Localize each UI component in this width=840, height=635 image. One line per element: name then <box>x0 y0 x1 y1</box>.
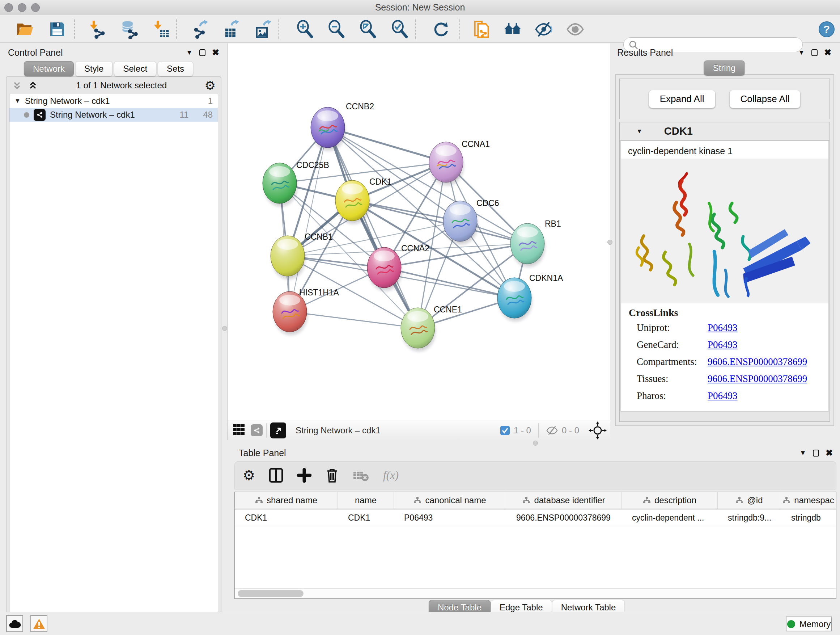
network-overview-houses-icon[interactable] <box>502 20 523 38</box>
function-builder-icon[interactable]: f(x) <box>383 469 399 482</box>
panel-menu-icon[interactable]: ▼ <box>186 49 193 57</box>
network-canvas[interactable]: CCNB2CCNA1CDC25BCDK1CDC6RB1CCNB1CCNA2CDK… <box>227 43 610 420</box>
crosslink-link[interactable]: P06493 <box>707 390 737 402</box>
zoom-out-icon[interactable] <box>326 20 347 38</box>
add-column-icon[interactable] <box>297 467 311 483</box>
cloud-status-button[interactable] <box>6 615 23 632</box>
column-header-database-identifier[interactable]: database identifier <box>506 492 622 509</box>
close-window-button[interactable] <box>4 3 13 12</box>
network-node-cdc25b[interactable]: CDC25B <box>263 160 329 206</box>
hscrollbar-thumb[interactable] <box>238 590 303 597</box>
node-details-header[interactable]: ▼ CDK1 <box>620 122 829 141</box>
tab-sets[interactable]: Sets <box>158 61 193 76</box>
crosslink-link[interactable]: 9606.ENSP00000378699 <box>707 373 807 385</box>
delete-column-trash-icon[interactable] <box>325 467 339 483</box>
network-row[interactable]: String Network – cdk1 11 48 <box>9 108 218 122</box>
show-hidden-eye-icon[interactable] <box>565 20 586 38</box>
expand-all-tree-icon[interactable] <box>11 80 22 91</box>
column-header-description[interactable]: description <box>622 492 718 509</box>
fit-content-crosshair-icon[interactable] <box>589 421 607 440</box>
export-table-icon[interactable] <box>221 20 242 38</box>
zoom-selected-icon[interactable] <box>389 20 410 38</box>
tree-expand-icon[interactable]: ▼ <box>14 97 21 105</box>
help-icon[interactable]: ? <box>816 20 837 38</box>
import-table-icon[interactable] <box>151 20 172 38</box>
import-network-database-icon[interactable] <box>118 20 140 38</box>
crosslink-link[interactable]: P06493 <box>707 322 737 333</box>
column-header--id[interactable]: @id <box>718 492 781 509</box>
zoom-window-button[interactable] <box>31 3 40 12</box>
clone-network-icon[interactable] <box>471 20 492 38</box>
close-panel-icon[interactable]: ✖ <box>826 448 833 457</box>
close-panel-icon[interactable]: ✖ <box>212 48 219 57</box>
grid-view-icon[interactable] <box>233 423 246 438</box>
open-session-icon[interactable] <box>14 20 35 38</box>
tab-select[interactable]: Select <box>114 61 156 76</box>
network-node-cdkn1a[interactable]: CDKN1A <box>497 273 563 321</box>
hide-selected-eye-slash-icon[interactable] <box>533 20 554 38</box>
collapse-all-tree-icon[interactable] <box>27 80 38 91</box>
minimize-window-button[interactable] <box>18 3 27 12</box>
network-node-rb1[interactable]: RB1 <box>510 219 561 267</box>
network-node-ccnb1[interactable]: CCNB1 <box>271 232 333 279</box>
splitter-handle[interactable] <box>533 440 538 446</box>
network-view-type-icon[interactable] <box>251 424 263 436</box>
cytoscape-window: Session: New Session <box>0 0 840 635</box>
collapse-entry-icon[interactable]: ▼ <box>636 128 643 135</box>
network-edge-ccnb2-ccne1[interactable] <box>328 127 418 328</box>
network-node-cdc6[interactable]: CDC6 <box>443 198 499 244</box>
network-edge-ccnb2-hist1h1a[interactable] <box>290 127 328 312</box>
crosslink-link[interactable]: P06493 <box>707 339 737 350</box>
crosslink-label: Pharos: <box>637 390 707 402</box>
svg-text:?: ? <box>823 23 830 35</box>
column-header-namespac[interactable]: namespac <box>781 492 836 509</box>
zoom-fit-icon[interactable] <box>357 20 378 38</box>
zoom-in-icon[interactable] <box>294 20 316 38</box>
node-table: shared namenamecanonical namedatabase id… <box>234 492 836 599</box>
save-session-icon[interactable] <box>47 20 68 38</box>
column-header-shared-name[interactable]: shared name <box>235 492 338 509</box>
memory-button[interactable]: Memory <box>786 616 832 631</box>
warnings-button[interactable] <box>30 615 47 632</box>
network-node-ccne1[interactable]: CCNE1 <box>401 305 462 351</box>
network-edge-ccna2-cdkn1a[interactable] <box>384 268 515 298</box>
network-options-gear-icon[interactable]: ⚙ <box>205 79 216 92</box>
left-splitter-handle[interactable] <box>222 326 227 331</box>
import-network-file-icon[interactable] <box>87 20 108 38</box>
network-node-ccna1[interactable]: CCNA1 <box>429 139 490 185</box>
crosslink-label: Tissues: <box>637 373 707 385</box>
expand-all-button[interactable]: Expand All <box>649 90 715 108</box>
tab-network[interactable]: Network <box>24 61 74 76</box>
collapse-all-button[interactable]: Collapse All <box>729 90 801 108</box>
column-header-name[interactable]: name <box>338 492 394 509</box>
network-node-cdk1[interactable]: CDK1 <box>335 177 392 224</box>
horizontal-splitter[interactable] <box>227 440 610 446</box>
network-node-ccnb2[interactable]: CCNB2 <box>311 102 374 150</box>
results-scrollbar[interactable] <box>621 411 829 421</box>
detach-view-icon[interactable] <box>270 423 286 439</box>
selected-checkbox-icon[interactable] <box>500 425 510 435</box>
float-panel-icon[interactable] <box>812 49 818 56</box>
panel-menu-icon[interactable]: ▼ <box>799 449 806 457</box>
crosslink-link[interactable]: 9606.ENSP00000378699 <box>707 356 807 367</box>
network-edge-hist1h1a-ccne1[interactable] <box>290 312 418 328</box>
tab-string[interactable]: String <box>704 60 745 76</box>
delete-table-icon[interactable] <box>353 469 369 482</box>
table-hscrollbar[interactable] <box>235 588 836 599</box>
table-cell: 9606.ENSP00000378699 <box>506 509 622 526</box>
export-image-icon[interactable] <box>253 20 273 38</box>
network-edge-ccnb2-ccna1[interactable] <box>328 127 446 162</box>
table-row[interactable]: CDK1CDK1P064939606.ENSP00000378699cyclin… <box>235 509 836 526</box>
float-panel-icon[interactable] <box>813 450 819 456</box>
float-panel-icon[interactable] <box>199 49 205 56</box>
table-options-gear-icon[interactable]: ⚙ <box>243 469 255 482</box>
update-network-icon[interactable] <box>430 20 451 38</box>
export-network-icon[interactable] <box>189 20 210 38</box>
column-header-canonical-name[interactable]: canonical name <box>394 492 506 509</box>
network-node-hist1h1a[interactable]: HIST1H1A <box>273 288 339 335</box>
network-collection-row[interactable]: ▼ String Network – cdk1 1 <box>9 94 218 108</box>
tab-style[interactable]: Style <box>75 61 112 76</box>
close-panel-icon[interactable]: ✖ <box>824 48 831 57</box>
panel-menu-icon[interactable]: ▼ <box>798 49 805 57</box>
show-columns-icon[interactable] <box>269 467 283 483</box>
